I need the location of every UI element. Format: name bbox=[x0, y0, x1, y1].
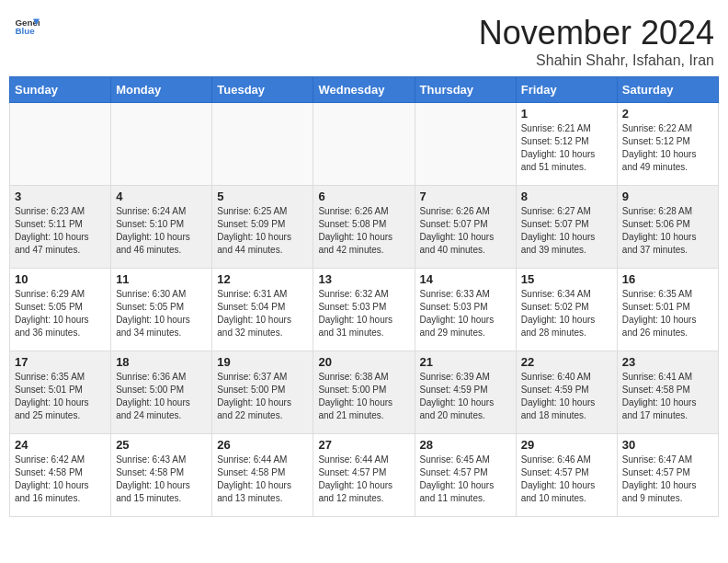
day-info: Sunrise: 6:23 AMSunset: 5:11 PMDaylight:… bbox=[15, 205, 106, 257]
day-cell-11: 11Sunrise: 6:30 AMSunset: 5:05 PMDayligh… bbox=[111, 269, 212, 351]
day-info: Sunrise: 6:43 AMSunset: 4:58 PMDaylight:… bbox=[116, 454, 207, 505]
day-header-friday: Friday bbox=[516, 77, 617, 103]
week-row-2: 3Sunrise: 6:23 AMSunset: 5:11 PMDaylight… bbox=[10, 186, 719, 269]
day-info: Sunrise: 6:22 AMSunset: 5:12 PMDaylight:… bbox=[622, 122, 713, 174]
day-info: Sunrise: 6:36 AMSunset: 5:00 PMDaylight:… bbox=[116, 371, 207, 422]
day-cell-28: 28Sunrise: 6:45 AMSunset: 4:57 PMDayligh… bbox=[415, 434, 516, 517]
day-info: Sunrise: 6:28 AMSunset: 5:06 PMDaylight:… bbox=[622, 205, 713, 257]
day-cell-8: 8Sunrise: 6:27 AMSunset: 5:07 PMDaylight… bbox=[516, 186, 617, 269]
day-cell-empty-2 bbox=[212, 103, 313, 186]
day-number: 19 bbox=[217, 355, 308, 369]
day-number: 8 bbox=[521, 190, 612, 203]
day-cell-27: 27Sunrise: 6:44 AMSunset: 4:57 PMDayligh… bbox=[313, 434, 415, 517]
day-info: Sunrise: 6:34 AMSunset: 5:02 PMDaylight:… bbox=[521, 288, 612, 339]
day-info: Sunrise: 6:44 AMSunset: 4:57 PMDaylight:… bbox=[318, 454, 409, 505]
day-cell-30: 30Sunrise: 6:47 AMSunset: 4:57 PMDayligh… bbox=[617, 434, 718, 517]
day-number: 10 bbox=[15, 272, 106, 286]
days-header-row: SundayMondayTuesdayWednesdayThursdayFrid… bbox=[10, 77, 719, 103]
day-number: 13 bbox=[318, 272, 409, 286]
day-info: Sunrise: 6:38 AMSunset: 5:00 PMDaylight:… bbox=[318, 371, 409, 422]
day-cell-23: 23Sunrise: 6:41 AMSunset: 4:58 PMDayligh… bbox=[617, 351, 718, 434]
day-number: 29 bbox=[521, 438, 612, 452]
day-info: Sunrise: 6:33 AMSunset: 5:03 PMDaylight:… bbox=[420, 288, 511, 339]
day-cell-22: 22Sunrise: 6:40 AMSunset: 4:59 PMDayligh… bbox=[516, 351, 617, 434]
day-header-monday: Monday bbox=[111, 77, 212, 103]
day-number: 3 bbox=[15, 190, 106, 203]
day-cell-18: 18Sunrise: 6:36 AMSunset: 5:00 PMDayligh… bbox=[111, 351, 212, 434]
day-cell-25: 25Sunrise: 6:43 AMSunset: 4:58 PMDayligh… bbox=[111, 434, 212, 517]
day-cell-29: 29Sunrise: 6:46 AMSunset: 4:57 PMDayligh… bbox=[516, 434, 617, 517]
day-info: Sunrise: 6:26 AMSunset: 5:08 PMDaylight:… bbox=[318, 205, 409, 257]
day-info: Sunrise: 6:29 AMSunset: 5:05 PMDaylight:… bbox=[15, 288, 106, 339]
day-cell-20: 20Sunrise: 6:38 AMSunset: 5:00 PMDayligh… bbox=[313, 351, 415, 434]
day-header-wednesday: Wednesday bbox=[313, 77, 415, 103]
day-cell-26: 26Sunrise: 6:44 AMSunset: 4:58 PMDayligh… bbox=[212, 434, 313, 517]
day-cell-empty-1 bbox=[111, 103, 212, 186]
day-cell-empty-3 bbox=[313, 103, 415, 186]
month-title: November 2024 bbox=[479, 14, 714, 52]
day-number: 9 bbox=[622, 190, 713, 203]
day-number: 7 bbox=[420, 190, 511, 203]
day-number: 12 bbox=[217, 272, 308, 286]
day-cell-1: 1Sunrise: 6:21 AMSunset: 5:12 PMDaylight… bbox=[516, 103, 617, 186]
day-info: Sunrise: 6:39 AMSunset: 4:59 PMDaylight:… bbox=[420, 371, 511, 422]
day-info: Sunrise: 6:37 AMSunset: 5:00 PMDaylight:… bbox=[217, 371, 308, 422]
day-cell-7: 7Sunrise: 6:26 AMSunset: 5:07 PMDaylight… bbox=[415, 186, 516, 269]
title-area: November 2024 Shahin Shahr, Isfahan, Ira… bbox=[479, 14, 714, 69]
day-number: 11 bbox=[116, 272, 207, 286]
logo: General Blue bbox=[14, 14, 40, 40]
logo-icon: General Blue bbox=[14, 14, 40, 40]
day-cell-4: 4Sunrise: 6:24 AMSunset: 5:10 PMDaylight… bbox=[111, 186, 212, 269]
day-number: 6 bbox=[318, 190, 409, 203]
day-number: 20 bbox=[318, 355, 409, 369]
day-info: Sunrise: 6:35 AMSunset: 5:01 PMDaylight:… bbox=[622, 288, 713, 339]
day-info: Sunrise: 6:40 AMSunset: 4:59 PMDaylight:… bbox=[521, 371, 612, 422]
day-cell-12: 12Sunrise: 6:31 AMSunset: 5:04 PMDayligh… bbox=[212, 269, 313, 351]
day-info: Sunrise: 6:44 AMSunset: 4:58 PMDaylight:… bbox=[217, 454, 308, 505]
day-number: 17 bbox=[15, 355, 106, 369]
calendar-table: SundayMondayTuesdayWednesdayThursdayFrid… bbox=[9, 76, 719, 517]
day-cell-17: 17Sunrise: 6:35 AMSunset: 5:01 PMDayligh… bbox=[10, 351, 111, 434]
day-cell-5: 5Sunrise: 6:25 AMSunset: 5:09 PMDaylight… bbox=[212, 186, 313, 269]
day-cell-14: 14Sunrise: 6:33 AMSunset: 5:03 PMDayligh… bbox=[415, 269, 516, 351]
day-cell-15: 15Sunrise: 6:34 AMSunset: 5:02 PMDayligh… bbox=[516, 269, 617, 351]
day-cell-empty-0 bbox=[10, 103, 111, 186]
day-number: 27 bbox=[318, 438, 409, 452]
week-row-3: 10Sunrise: 6:29 AMSunset: 5:05 PMDayligh… bbox=[10, 269, 719, 351]
day-number: 5 bbox=[217, 190, 308, 203]
day-cell-9: 9Sunrise: 6:28 AMSunset: 5:06 PMDaylight… bbox=[617, 186, 718, 269]
day-header-tuesday: Tuesday bbox=[212, 77, 313, 103]
day-number: 21 bbox=[420, 355, 511, 369]
day-number: 14 bbox=[420, 272, 511, 286]
week-row-1: 1Sunrise: 6:21 AMSunset: 5:12 PMDaylight… bbox=[10, 103, 719, 186]
location-subtitle: Shahin Shahr, Isfahan, Iran bbox=[479, 52, 714, 69]
day-number: 1 bbox=[521, 107, 612, 121]
day-number: 22 bbox=[521, 355, 612, 369]
day-cell-10: 10Sunrise: 6:29 AMSunset: 5:05 PMDayligh… bbox=[10, 269, 111, 351]
svg-text:Blue: Blue bbox=[15, 26, 35, 36]
day-info: Sunrise: 6:26 AMSunset: 5:07 PMDaylight:… bbox=[420, 205, 511, 257]
day-info: Sunrise: 6:21 AMSunset: 5:12 PMDaylight:… bbox=[521, 122, 612, 174]
day-info: Sunrise: 6:35 AMSunset: 5:01 PMDaylight:… bbox=[15, 371, 106, 422]
week-row-5: 24Sunrise: 6:42 AMSunset: 4:58 PMDayligh… bbox=[10, 434, 719, 517]
day-number: 28 bbox=[420, 438, 511, 452]
week-row-4: 17Sunrise: 6:35 AMSunset: 5:01 PMDayligh… bbox=[10, 351, 719, 434]
day-info: Sunrise: 6:31 AMSunset: 5:04 PMDaylight:… bbox=[217, 288, 308, 339]
day-cell-21: 21Sunrise: 6:39 AMSunset: 4:59 PMDayligh… bbox=[415, 351, 516, 434]
day-header-saturday: Saturday bbox=[617, 77, 718, 103]
day-number: 2 bbox=[622, 107, 713, 121]
day-number: 30 bbox=[622, 438, 713, 452]
day-header-sunday: Sunday bbox=[10, 77, 111, 103]
day-number: 26 bbox=[217, 438, 308, 452]
day-number: 16 bbox=[622, 272, 713, 286]
day-info: Sunrise: 6:25 AMSunset: 5:09 PMDaylight:… bbox=[217, 205, 308, 257]
day-header-thursday: Thursday bbox=[415, 77, 516, 103]
day-info: Sunrise: 6:45 AMSunset: 4:57 PMDaylight:… bbox=[420, 454, 511, 505]
day-cell-3: 3Sunrise: 6:23 AMSunset: 5:11 PMDaylight… bbox=[10, 186, 111, 269]
day-cell-6: 6Sunrise: 6:26 AMSunset: 5:08 PMDaylight… bbox=[313, 186, 415, 269]
day-number: 4 bbox=[116, 190, 207, 203]
day-number: 23 bbox=[622, 355, 713, 369]
day-number: 24 bbox=[15, 438, 106, 452]
day-cell-13: 13Sunrise: 6:32 AMSunset: 5:03 PMDayligh… bbox=[313, 269, 415, 351]
day-info: Sunrise: 6:30 AMSunset: 5:05 PMDaylight:… bbox=[116, 288, 207, 339]
